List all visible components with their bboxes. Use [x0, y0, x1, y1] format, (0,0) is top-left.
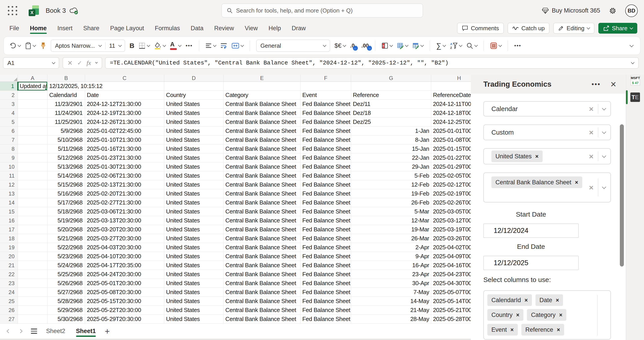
cell-referencedate[interactable]: 2025-02-12T00 [431, 180, 471, 189]
cell-referencedate[interactable]: 2025-04-02T00 [431, 243, 471, 252]
remove-chip-icon[interactable]: × [556, 297, 559, 303]
row-header[interactable]: 26 [0, 306, 18, 315]
row-header[interactable]: 6 [0, 127, 18, 136]
cell-event[interactable]: Fed Balance Sheet [300, 144, 351, 153]
cell-referencedate[interactable]: 2025-04-09T00 [431, 252, 471, 261]
cell-calendarid[interactable]: 5/12/2968 [48, 153, 85, 162]
cell-category[interactable]: Central Bank Balance Sheet [224, 306, 300, 315]
cell-referencedate[interactable]: 2025-02-05T00 [431, 171, 471, 180]
column-header[interactable]: A [18, 75, 48, 82]
cell-country[interactable]: United States [164, 171, 224, 180]
cell-date[interactable]: 2025-05-29T20:30:00 [85, 315, 164, 324]
cell-country[interactable]: United States [164, 306, 224, 315]
cell-date[interactable]: 2025-01-16T21:30:00 [85, 144, 164, 153]
cell-category[interactable]: Central Bank Balance Sheet [224, 288, 300, 297]
ribbon-tab[interactable]: Review [214, 21, 234, 35]
cell-referencedate[interactable]: 2025-04-23T00 [431, 270, 471, 279]
cell-reference[interactable]: Dez/11 [351, 100, 431, 109]
cell-date[interactable]: 2025-04-03T20:30:00 [85, 243, 164, 252]
cell[interactable] [18, 261, 48, 270]
cell-date[interactable]: 2025-03-20T20:30:00 [85, 225, 164, 234]
cell-date[interactable]: 2025-02-20T21:30:00 [85, 189, 164, 198]
trading-economics-add-in-icon[interactable]: TE [630, 93, 640, 102]
cell-category[interactable]: Central Bank Balance Sheet [224, 162, 300, 171]
row-header[interactable]: 3 [0, 100, 18, 109]
ribbon-tab[interactable]: Data [191, 21, 204, 35]
ribbon-collapse-chevron-icon[interactable] [630, 43, 634, 47]
row-header[interactable]: 25 [0, 297, 18, 306]
cell-reference[interactable]: 23-Apr [351, 270, 431, 279]
cell-referencedate[interactable]: 2024-12-25T00 [431, 118, 471, 127]
sheet-nav-left-chevron-icon[interactable] [6, 329, 10, 333]
editing-mode-button[interactable]: Editing [553, 23, 594, 34]
cell-country[interactable]: United States [164, 315, 224, 324]
cell-country[interactable]: United States [164, 180, 224, 189]
cell[interactable] [18, 180, 48, 189]
cell-country[interactable]: United States [164, 100, 224, 109]
cell-referencedate[interactable]: 2025-01-22T00 [431, 153, 471, 162]
confirm-entry-button[interactable]: ✓ [77, 60, 82, 67]
row-header[interactable]: 27 [0, 315, 18, 324]
cell-event[interactable]: Fed Balance Sheet [300, 243, 351, 252]
cell-event[interactable]: Fed Balance Sheet [300, 261, 351, 270]
cell-referencedate[interactable]: 2025-01-01T00 [431, 127, 471, 136]
cell-country[interactable]: United States [164, 297, 224, 306]
cell-calendarid[interactable]: 5/28/2968 [48, 297, 85, 306]
column-header[interactable]: B [48, 75, 85, 82]
row-header[interactable]: 11 [0, 171, 18, 180]
cell-calendarid[interactable]: 5/29/2968 [48, 306, 85, 315]
toolbar-overflow-button[interactable]: ••• [514, 43, 521, 49]
cell[interactable] [18, 207, 48, 216]
cell-date[interactable]: 2025-03-13T20:30:00 [85, 216, 164, 225]
sheet-tab[interactable]: Sheet1 [76, 324, 96, 339]
cell-category[interactable]: Central Bank Balance Sheet [224, 109, 300, 118]
clear-icon[interactable]: × [589, 184, 594, 191]
cell-date[interactable]: 2025-05-22T20:30:00 [85, 306, 164, 315]
cell[interactable] [18, 306, 48, 315]
cell-referencedate[interactable]: 2025-01-08T00 [431, 136, 471, 144]
ribbon-tab[interactable]: Page Layout [110, 21, 144, 35]
comments-button[interactable]: Comments [457, 23, 504, 34]
cell-calendarid[interactable]: 11/25/2901 [48, 118, 85, 127]
ribbon-tab[interactable]: Draw [292, 21, 306, 35]
row-header[interactable]: 23 [0, 279, 18, 288]
row-header[interactable]: 8 [0, 144, 18, 153]
cell-date[interactable]: 2025-05-08T20:30:00 [85, 288, 164, 297]
cell[interactable] [431, 82, 471, 91]
cell-event[interactable]: Fed Balance Sheet [300, 216, 351, 225]
borders-split-button[interactable] [139, 42, 150, 49]
cell-referencedate[interactable]: 2025-03-05T00 [431, 207, 471, 216]
cell-category[interactable]: Central Bank Balance Sheet [224, 315, 300, 324]
cell-date[interactable]: 2024-12-26T21:30:00 [85, 118, 164, 127]
cell-date[interactable]: 2025-01-02T22:45:00 [85, 127, 164, 136]
cell-calendarid[interactable]: 5/16/2968 [48, 189, 85, 198]
cell-calendarid[interactable]: 5/15/2968 [48, 180, 85, 189]
cell-event[interactable]: Fed Balance Sheet [300, 270, 351, 279]
cell-reference[interactable]: 19-Mar [351, 225, 431, 234]
cell-event[interactable]: Fed Balance Sheet [300, 306, 351, 315]
share-button[interactable]: Share [598, 23, 637, 34]
row-header[interactable]: 5 [0, 118, 18, 127]
row-header[interactable]: 7 [0, 136, 18, 144]
cell-reference[interactable]: 1-Jan [351, 127, 431, 136]
buy-microsoft-365-button[interactable]: Buy Microsoft 365 [542, 7, 600, 14]
cell-country[interactable]: United States [164, 261, 224, 270]
cell-event[interactable]: Fed Balance Sheet [300, 225, 351, 234]
cell-reference[interactable]: 28-May [351, 315, 431, 324]
cell-referencedate[interactable]: 2025-05-28T00 [431, 315, 471, 324]
cell[interactable] [18, 198, 48, 207]
cell[interactable] [18, 288, 48, 297]
cell-category[interactable]: Central Bank Balance Sheet [224, 144, 300, 153]
cell[interactable] [300, 82, 351, 91]
cell-styles-split-button[interactable] [412, 42, 423, 49]
account-avatar[interactable]: BD [625, 5, 638, 17]
column-header[interactable]: C [85, 75, 164, 82]
cell-date[interactable]: 2025-01-23T21:30:00 [85, 153, 164, 162]
cell-category[interactable]: Central Bank Balance Sheet [224, 216, 300, 225]
cell[interactable] [224, 82, 300, 91]
chevron-down-icon[interactable] [602, 130, 606, 134]
cell-reference[interactable]: 19-Feb [351, 189, 431, 198]
cell-event[interactable]: Fed Balance Sheet [300, 297, 351, 306]
cell-date[interactable]: 2024-12-12T21:30:00 [85, 100, 164, 109]
cell-event[interactable]: Fed Balance Sheet [300, 118, 351, 127]
